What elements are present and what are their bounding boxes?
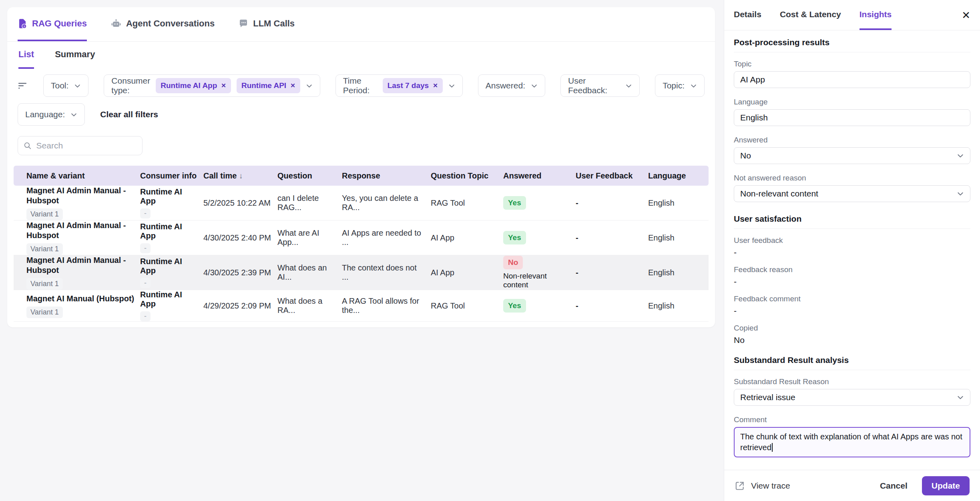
consumer-info: Runtime AI App [140,187,198,206]
table-row[interactable]: Magnet AI Admin Manual - Hubspot Variant… [14,186,709,220]
tab-insights[interactable]: Insights [860,0,892,30]
col-language: Language [648,171,696,180]
question-topic: RAG Tool [431,301,503,311]
call-time: 4/29/2025 2:09 PM [203,301,277,311]
filter-answered[interactable]: Answered: [478,74,545,97]
filter-language[interactable]: Language: [18,103,85,126]
filter-user-feedback[interactable]: User Feedback: [560,74,640,97]
tab-list[interactable]: List [18,42,34,69]
tab-summary-label: Summary [55,49,95,60]
rag-queries-table: Name & variant Consumer info Call time↓ … [14,166,709,327]
insights-content: Post-processing results Topic AI App Lan… [724,30,980,470]
tab-summary[interactable]: Summary [55,42,95,69]
search-field[interactable] [18,136,143,155]
topic-input[interactable]: AI App [734,71,970,88]
col-name-variant: Name & variant [14,171,140,180]
panel-footer: View trace Cancel Update [724,470,980,501]
call-time: 4/30/2025 2:40 PM [203,233,277,242]
filter-topic-label: Topic: [663,81,685,90]
consumer-sub-badge: - [140,278,151,288]
comment-text: The chunk of text with explanation of wh… [740,432,962,452]
chevron-down-icon [957,152,964,159]
filter-consumer-type[interactable]: Consumer type: Runtime AI App ✕ Runtime … [104,74,320,97]
user-feedback-value: - [576,268,578,277]
chevron-down-icon [531,82,538,89]
comment-label: Comment [734,415,970,424]
not-answered-reason-select[interactable]: Non-relevant content [734,185,970,202]
tab-cost-latency[interactable]: Cost & Latency [780,0,841,30]
filter-topic[interactable]: Topic: [655,74,705,97]
chip-runtime-api[interactable]: Runtime API ✕ [237,78,300,93]
answered-label: Answered [734,136,970,144]
chevron-down-icon [448,82,455,89]
chevron-down-icon [306,82,313,89]
call-time: 4/30/2025 2:39 PM [203,268,277,277]
tab-agent-conversations[interactable]: Agent Conversations [111,7,215,41]
not-answered-reason-value: Non-relevant content [740,189,818,198]
close-icon[interactable]: ✕ [962,10,970,20]
consumer-info: Runtime AI App [140,222,198,240]
tab-details-label: Details [734,10,761,19]
filter-time-period[interactable]: Time Period: Last 7 days ✕ [335,74,463,97]
table-row-selected[interactable]: Magnet AI Admin Manual - Hubspot Variant… [14,255,709,290]
substandard-reason-label: Substandard Result Reason [734,377,970,386]
language-value: English [648,301,696,311]
chip-runtime-ai-app[interactable]: Runtime AI App ✕ [156,78,231,93]
answered-badge: No [503,256,523,269]
chip-remove-icon[interactable]: ✕ [221,82,226,89]
language-value: English [648,268,696,277]
comment-textarea[interactable]: The chunk of text with explanation of wh… [734,427,970,457]
document-question-icon: ? [18,18,27,29]
filter-language-label: Language: [25,110,65,119]
filter-icon [18,81,28,90]
chevron-down-icon [70,111,77,118]
tab-rag-queries[interactable]: ? RAG Queries [18,7,87,41]
consumer-sub-badge: - [140,208,151,218]
top-tab-bar: ? RAG Queries Agent Conversations [7,7,715,42]
filters-area: Tool: Consumer type: Runtime AI App ✕ Ru… [7,69,715,126]
insights-side-panel: Details Cost & Latency Insights ✕ Post-p… [724,0,980,501]
answered-select[interactable]: No [734,147,970,164]
user-feedback-value: - [576,198,578,207]
language-value: English [648,198,696,208]
row-name: Magnet AI Admin Manual - Hubspot [26,255,135,275]
consumer-sub-badge: - [140,243,151,253]
answered-badge: Yes [503,231,526,244]
question-text: What does a RA... [277,297,342,315]
col-call-time[interactable]: Call time↓ [203,171,277,180]
view-trace-button[interactable]: View trace [735,481,790,491]
update-button[interactable]: Update [922,476,970,495]
cancel-button[interactable]: Cancel [880,481,908,491]
language-input[interactable]: English [734,109,970,126]
response-text: The context does not ... [342,263,431,282]
chip-last-7-days[interactable]: Last 7 days ✕ [383,78,443,93]
variant-badge: Variant 1 [26,278,63,290]
filter-tool[interactable]: Tool: [43,74,88,97]
pagination-label: 1-4 of 4 [14,322,709,327]
user-feedback-value: - [576,233,578,242]
chip-remove-icon[interactable]: ✕ [290,82,295,89]
language-value: English [740,113,768,122]
table-row[interactable]: Magnet AI Admin Manual - Hubspot Variant… [14,220,709,255]
filter-consumer-label: Consumer type: [111,76,150,95]
question-text: What does an AI... [277,263,342,282]
filter-time-label: Time Period: [343,76,377,95]
table-row[interactable]: Magnet AI Manual (Hubspot) Variant 1 Run… [14,290,709,322]
variant-badge: Variant 1 [26,307,63,318]
col-user-feedback: User Feedback [576,171,648,180]
chevron-down-icon [625,82,632,89]
robot-icon [111,19,121,28]
tab-details[interactable]: Details [734,0,761,30]
chip-remove-icon[interactable]: ✕ [433,82,438,89]
chevron-down-icon [74,82,81,89]
panel-tab-bar: Details Cost & Latency Insights ✕ [724,0,980,30]
answered-note: Non-relevant content [503,272,570,289]
substandard-reason-select[interactable]: Retrieval issue [734,389,970,406]
tab-list-label: List [18,49,34,60]
question-topic: RAG Tool [431,198,503,208]
substandard-reason-value: Retrieval issue [740,393,795,402]
search-input[interactable] [36,141,137,150]
tab-llm-calls[interactable]: LLM Calls [239,7,295,41]
variant-badge: Variant 1 [26,243,63,255]
clear-all-filters-button[interactable]: Clear all filters [100,110,158,119]
